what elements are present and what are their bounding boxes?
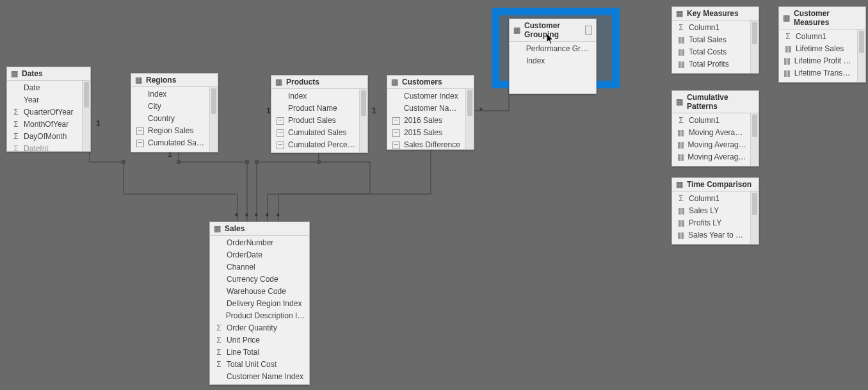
field-row[interactable]: Transaction Sales <box>672 163 750 166</box>
field-row[interactable]: Product Sales <box>271 115 359 127</box>
field-list[interactable]: Customer Index Customer Names 2016 Sales… <box>387 89 465 149</box>
field-row[interactable]: Customer Index <box>387 90 465 102</box>
field-row[interactable]: Product Name <box>271 102 359 115</box>
scrollbar[interactable] <box>82 81 90 151</box>
field-row[interactable]: Country <box>131 113 209 125</box>
scrollbar[interactable] <box>750 20 759 73</box>
field-list[interactable]: Column1 Lifetime Sales Lifetime Profit M… <box>779 29 857 82</box>
field-row[interactable]: Cumulated Sales <box>131 137 209 149</box>
table-header[interactable]: Customer Measures <box>779 7 865 29</box>
table-header[interactable]: Dates <box>7 67 90 81</box>
table-customer-grouping[interactable]: Customer Grouping Performance Group Inde… <box>509 19 597 94</box>
table-header[interactable]: Products <box>271 76 367 89</box>
field-row[interactable]: Product Description Index <box>210 310 309 322</box>
table-header[interactable]: Key Measures <box>672 7 759 20</box>
field-row[interactable]: Sales LY <box>672 205 750 217</box>
field-row[interactable]: Total Profits <box>672 58 750 70</box>
table-cumulative-patterns[interactable]: Cumulative Patterns Column1 Moving Avera… <box>671 90 759 167</box>
field-row[interactable]: Customer Name Index <box>210 371 309 383</box>
field-row[interactable]: Date <box>7 82 82 94</box>
table-header[interactable]: Customer Grouping <box>510 19 596 42</box>
table-header[interactable]: Sales <box>210 222 309 236</box>
field-row[interactable]: Cumulated Percentage <box>271 139 359 151</box>
options-icon[interactable] <box>585 26 592 35</box>
scrollbar[interactable] <box>465 89 474 149</box>
table-header[interactable]: Cumulative Patterns <box>672 91 759 113</box>
field-row[interactable]: Total Costs <box>672 46 750 58</box>
field-list[interactable]: Index Product Name Product Sales Cumulat… <box>271 89 359 152</box>
field-row[interactable]: Sales Year to Date LY <box>672 241 750 244</box>
field-row[interactable]: Total Unit Cost <box>210 359 309 371</box>
table-customer-measures[interactable]: Customer Measures Column1 Lifetime Sales… <box>778 6 866 83</box>
table-time-comparison[interactable]: Time Comparison Column1 Sales LY Profits… <box>671 177 759 245</box>
table-products[interactable]: Products Index Product Name Product Sale… <box>271 75 368 153</box>
field-row[interactable]: 2015 Sales <box>387 127 465 139</box>
field-row[interactable]: Column1 <box>779 31 857 43</box>
calc-icon <box>136 127 144 135</box>
field-row[interactable]: Sales Year to Date <box>672 229 750 241</box>
field-row[interactable]: Lifetime Sales <box>779 43 857 55</box>
field-row[interactable]: Channel <box>210 261 309 273</box>
field-row[interactable]: Column1 <box>672 22 750 34</box>
table-regions[interactable]: Regions Index City Country Region Sales … <box>131 73 218 152</box>
field-row[interactable]: Cumulated Percentage <box>131 149 209 152</box>
table-sales[interactable]: Sales OrderNumber OrderDate Channel Curr… <box>209 222 310 385</box>
field-row[interactable]: OrderDate <box>210 249 309 261</box>
field-row[interactable]: Total Sales <box>672 34 750 46</box>
field-list[interactable]: Index City Country Region Sales Cumulate… <box>131 87 209 152</box>
field-row[interactable]: Index <box>131 88 209 101</box>
table-key-measures[interactable]: Key Measures Column1 Total Sales Total C… <box>671 6 759 74</box>
field-row[interactable]: Index <box>271 90 359 102</box>
field-row[interactable]: Sales Difference <box>387 139 465 149</box>
field-row[interactable]: MonthOfYear <box>7 118 82 131</box>
field-row[interactable]: DateInt <box>7 143 82 151</box>
field-row[interactable]: Unit Price <box>210 334 309 346</box>
scrollbar[interactable] <box>750 191 759 244</box>
field-row[interactable]: Lifetime Transactions <box>779 67 857 79</box>
field-row[interactable]: Moving Average (No <box>672 151 750 163</box>
table-icon <box>513 26 520 35</box>
field-row[interactable]: Total Transactions <box>672 70 750 73</box>
field-list[interactable]: Performance Group Index <box>510 42 596 93</box>
field-row[interactable]: Region Sales <box>131 125 209 137</box>
field-row[interactable]: Index <box>510 55 596 67</box>
table-dates[interactable]: Dates Date Year QuarterOfYear MonthOfYea… <box>6 67 91 152</box>
scrollbar[interactable] <box>209 87 218 152</box>
field-row[interactable]: DayOfMonth <box>7 131 82 143</box>
field-row[interactable]: Moving Averages <box>672 127 750 139</box>
field-list[interactable]: Column1 Sales LY Profits LY Sales Year t… <box>672 191 750 244</box>
field-row[interactable]: Year <box>7 94 82 106</box>
field-list[interactable]: Date Year QuarterOfYear MonthOfYear DayO… <box>7 81 82 151</box>
field-row[interactable]: Customer Names <box>387 102 465 115</box>
field-row[interactable]: Order Quantity <box>210 322 309 334</box>
field-row[interactable]: City <box>131 101 209 113</box>
field-row[interactable]: Column1 <box>672 115 750 127</box>
field-row[interactable]: Currency Code <box>210 273 309 286</box>
field-list[interactable]: Column1 Moving Averages Moving Average (… <box>672 113 750 166</box>
calc-icon <box>136 152 144 152</box>
model-canvas[interactable]: 1 1 1 1 * 1 * * * * * Dates Date Year Qu… <box>0 0 868 390</box>
field-row[interactable]: QuarterOfYear <box>7 106 82 118</box>
table-header[interactable]: Regions <box>131 74 218 87</box>
field-row[interactable]: Column1 <box>672 193 750 205</box>
scrollbar[interactable] <box>857 29 865 82</box>
field-list[interactable]: Column1 Total Sales Total Costs Total Pr… <box>672 20 750 73</box>
table-header[interactable]: Customers <box>387 76 474 89</box>
field-row[interactable]: OrderNumber <box>210 237 309 249</box>
field-row[interactable]: Delivery Region Index <box>210 298 309 310</box>
scrollbar[interactable] <box>359 89 367 152</box>
field-row[interactable]: Moving Average (2) <box>672 139 750 151</box>
table-customers[interactable]: Customers Customer Index Customer Names … <box>387 75 474 150</box>
field-list[interactable]: OrderNumber OrderDate Channel Currency C… <box>210 236 309 384</box>
field-row[interactable]: Lifetime Per Store <box>779 79 857 82</box>
field-row[interactable]: Line Total <box>210 346 309 359</box>
field-row[interactable]: ABC Class <box>271 151 359 152</box>
scrollbar[interactable] <box>750 113 759 166</box>
field-row[interactable]: 2016 Sales <box>387 115 465 127</box>
field-row[interactable]: Performance Group <box>510 43 596 55</box>
field-row[interactable]: Cumulated Sales <box>271 127 359 139</box>
field-row[interactable]: Profits LY <box>672 217 750 229</box>
field-row[interactable]: Lifetime Profit Margin <box>779 55 857 67</box>
field-row[interactable]: Warehouse Code <box>210 286 309 298</box>
table-header[interactable]: Time Comparison <box>672 178 759 191</box>
